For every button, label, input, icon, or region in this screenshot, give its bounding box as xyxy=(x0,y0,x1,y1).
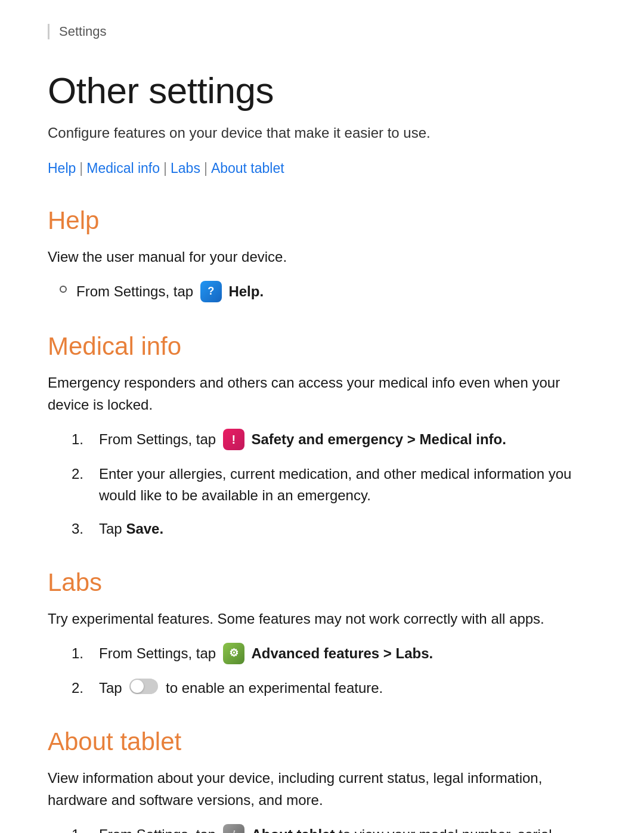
page-subtitle: Configure features on your device that m… xyxy=(48,122,596,144)
section-body-about: View information about your device, incl… xyxy=(48,767,596,811)
about-step-1: 1. From Settings, tap i About tablet to … xyxy=(72,824,596,833)
section-title-help: Help xyxy=(48,206,596,235)
medical-step-3-bold: Save. xyxy=(126,521,163,537)
labs-step-1: 1. From Settings, tap ⚙ Advanced feature… xyxy=(72,643,596,665)
labs-steps: 1. From Settings, tap ⚙ Advanced feature… xyxy=(60,643,596,699)
help-step-1-text: From Settings, tap ? Help. xyxy=(76,281,264,304)
nav-link-about[interactable]: About tablet xyxy=(211,160,284,176)
medical-step-1-number: 1. xyxy=(72,429,95,450)
breadcrumb-label: Settings xyxy=(59,24,107,39)
about-steps: 1. From Settings, tap i About tablet to … xyxy=(60,824,596,833)
medical-step-3: 3. Tap Save. xyxy=(72,518,596,540)
section-title-medical: Medical info xyxy=(48,332,596,361)
medical-step-2-text: Enter your allergies, current medication… xyxy=(99,463,596,506)
section-title-about: About tablet xyxy=(48,727,596,756)
nav-separator-2: | xyxy=(163,160,167,176)
section-medical-info: Medical info Emergency responders and ot… xyxy=(48,332,596,540)
labs-step-2: 2. Tap to enable an experimental feature… xyxy=(72,677,596,699)
section-title-labs: Labs xyxy=(48,568,596,597)
about-app-icon-1: i xyxy=(223,824,244,833)
labs-step-2-text: Tap to enable an experimental feature. xyxy=(99,677,383,699)
nav-link-medical[interactable]: Medical info xyxy=(86,160,160,176)
labs-step-1-number: 1. xyxy=(72,643,95,664)
nav-link-help[interactable]: Help xyxy=(48,160,76,176)
section-about-tablet: About tablet View information about your… xyxy=(48,727,596,833)
emergency-app-icon: ! xyxy=(223,429,244,450)
help-step-1-bold: Help. xyxy=(228,283,264,299)
labs-step-1-text: From Settings, tap ⚙ Advanced features >… xyxy=(99,643,433,665)
advanced-app-icon: ⚙ xyxy=(223,643,244,664)
help-steps: From Settings, tap ? Help. xyxy=(60,281,596,304)
medical-step-1-bold: Safety and emergency > Medical info. xyxy=(251,431,506,447)
medical-step-2: 2. Enter your allergies, current medicat… xyxy=(72,463,596,506)
nav-links: Help | Medical info | Labs | About table… xyxy=(48,160,596,176)
about-step-1-bold: About tablet xyxy=(251,826,335,833)
about-step-1-text: From Settings, tap i About tablet to vie… xyxy=(99,824,596,833)
nav-separator-1: | xyxy=(79,160,83,176)
help-app-icon: ? xyxy=(200,281,222,302)
bullet-icon-1 xyxy=(60,286,67,293)
nav-separator-3: | xyxy=(204,160,208,176)
toggle-switch-icon xyxy=(129,679,158,694)
nav-link-labs[interactable]: Labs xyxy=(171,160,200,176)
labs-step-2-number: 2. xyxy=(72,677,95,699)
medical-steps: 1. From Settings, tap ! Safety and emerg… xyxy=(60,429,596,540)
section-body-labs: Try experimental features. Some features… xyxy=(48,608,596,630)
medical-step-3-text: Tap Save. xyxy=(99,518,163,540)
section-body-medical: Emergency responders and others can acce… xyxy=(48,371,596,416)
medical-step-1-text: From Settings, tap ! Safety and emergenc… xyxy=(99,429,506,451)
labs-step-1-bold: Advanced features > Labs. xyxy=(251,645,433,661)
about-step-1-number: 1. xyxy=(72,824,95,833)
breadcrumb: Settings xyxy=(48,24,596,39)
help-step-1: From Settings, tap ? Help. xyxy=(60,281,596,304)
section-help: Help View the user manual for your devic… xyxy=(48,206,596,304)
page-title: Other settings xyxy=(48,69,596,112)
medical-step-1: 1. From Settings, tap ! Safety and emerg… xyxy=(72,429,596,451)
section-body-help: View the user manual for your device. xyxy=(48,246,596,268)
medical-step-3-number: 3. xyxy=(72,518,95,540)
medical-step-2-number: 2. xyxy=(72,463,95,485)
section-labs: Labs Try experimental features. Some fea… xyxy=(48,568,596,699)
